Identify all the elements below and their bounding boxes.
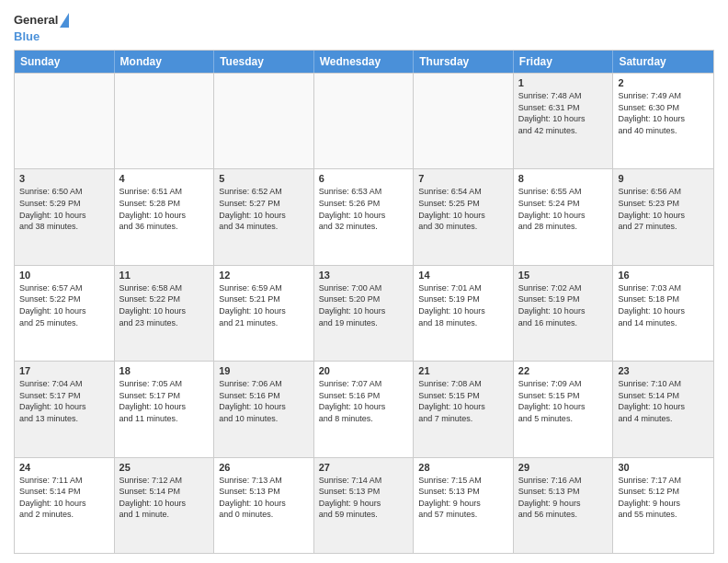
calendar: SundayMondayTuesdayWednesdayThursdayFrid… xyxy=(14,50,714,554)
day-info: Sunrise: 6:51 AM Sunset: 5:28 PM Dayligh… xyxy=(119,186,210,232)
day-cell-30: 30Sunrise: 7:17 AM Sunset: 5:12 PM Dayli… xyxy=(613,458,713,553)
day-info: Sunrise: 7:10 AM Sunset: 5:14 PM Dayligh… xyxy=(618,378,709,424)
day-number: 14 xyxy=(418,270,508,281)
calendar-header: SundayMondayTuesdayWednesdayThursdayFrid… xyxy=(15,51,713,73)
day-number: 19 xyxy=(219,365,309,376)
day-number: 2 xyxy=(618,77,709,88)
day-cell-4: 4Sunrise: 6:51 AM Sunset: 5:28 PM Daylig… xyxy=(115,169,215,264)
day-number: 7 xyxy=(418,173,508,184)
day-cell-24: 24Sunrise: 7:11 AM Sunset: 5:14 PM Dayli… xyxy=(15,458,115,553)
day-cell-1: 1Sunrise: 7:48 AM Sunset: 6:31 PM Daylig… xyxy=(514,74,614,168)
day-number: 25 xyxy=(119,462,210,473)
day-info: Sunrise: 6:53 AM Sunset: 5:26 PM Dayligh… xyxy=(319,186,409,232)
day-cell-8: 8Sunrise: 6:55 AM Sunset: 5:24 PM Daylig… xyxy=(514,169,614,264)
day-number: 1 xyxy=(518,77,609,88)
day-number: 22 xyxy=(518,365,609,376)
day-info: Sunrise: 6:56 AM Sunset: 5:23 PM Dayligh… xyxy=(618,186,709,232)
day-number: 16 xyxy=(618,270,709,281)
day-info: Sunrise: 7:01 AM Sunset: 5:19 PM Dayligh… xyxy=(418,282,508,328)
day-cell-6: 6Sunrise: 6:53 AM Sunset: 5:26 PM Daylig… xyxy=(314,169,415,264)
empty-cell-0-3 xyxy=(314,74,415,168)
day-number: 27 xyxy=(319,462,409,473)
logo-text-block: General Blue xyxy=(14,13,69,44)
day-cell-2: 2Sunrise: 7:49 AM Sunset: 6:30 PM Daylig… xyxy=(613,74,713,168)
page-header: General Blue xyxy=(14,9,714,44)
day-cell-27: 27Sunrise: 7:14 AM Sunset: 5:13 PM Dayli… xyxy=(314,458,415,553)
day-number: 30 xyxy=(618,462,709,473)
day-cell-12: 12Sunrise: 6:59 AM Sunset: 5:21 PM Dayli… xyxy=(214,266,314,361)
day-cell-21: 21Sunrise: 7:08 AM Sunset: 5:15 PM Dayli… xyxy=(414,362,514,456)
day-cell-16: 16Sunrise: 7:03 AM Sunset: 5:18 PM Dayli… xyxy=(613,266,713,361)
day-info: Sunrise: 7:13 AM Sunset: 5:13 PM Dayligh… xyxy=(219,475,309,521)
header-day-tuesday: Tuesday xyxy=(214,51,314,73)
day-info: Sunrise: 7:12 AM Sunset: 5:14 PM Dayligh… xyxy=(119,475,210,521)
day-info: Sunrise: 7:17 AM Sunset: 5:12 PM Dayligh… xyxy=(618,475,709,521)
header-day-thursday: Thursday xyxy=(414,51,514,73)
calendar-page: General Blue SundayMondayTuesdayWednesda… xyxy=(0,0,728,563)
calendar-row-3: 17Sunrise: 7:04 AM Sunset: 5:17 PM Dayli… xyxy=(15,361,713,456)
day-info: Sunrise: 6:57 AM Sunset: 5:22 PM Dayligh… xyxy=(19,282,109,328)
day-info: Sunrise: 7:07 AM Sunset: 5:16 PM Dayligh… xyxy=(319,378,409,424)
day-cell-11: 11Sunrise: 6:58 AM Sunset: 5:22 PM Dayli… xyxy=(115,266,215,361)
day-cell-28: 28Sunrise: 7:15 AM Sunset: 5:13 PM Dayli… xyxy=(414,458,514,553)
day-info: Sunrise: 7:11 AM Sunset: 5:14 PM Dayligh… xyxy=(19,475,109,521)
logo: General Blue xyxy=(14,13,69,44)
empty-cell-0-1 xyxy=(115,74,215,168)
day-info: Sunrise: 7:00 AM Sunset: 5:20 PM Dayligh… xyxy=(319,282,409,328)
header-day-wednesday: Wednesday xyxy=(314,51,415,73)
day-number: 24 xyxy=(19,462,109,473)
header-day-monday: Monday xyxy=(115,51,215,73)
day-number: 8 xyxy=(518,173,609,184)
logo-text-general: General xyxy=(14,13,58,28)
day-cell-15: 15Sunrise: 7:02 AM Sunset: 5:19 PM Dayli… xyxy=(514,266,614,361)
calendar-body: 1Sunrise: 7:48 AM Sunset: 6:31 PM Daylig… xyxy=(15,73,713,553)
day-cell-5: 5Sunrise: 6:52 AM Sunset: 5:27 PM Daylig… xyxy=(214,169,314,264)
day-cell-19: 19Sunrise: 7:06 AM Sunset: 5:16 PM Dayli… xyxy=(214,362,314,456)
day-number: 15 xyxy=(518,270,609,281)
day-number: 18 xyxy=(119,365,210,376)
day-number: 29 xyxy=(518,462,609,473)
day-info: Sunrise: 7:14 AM Sunset: 5:13 PM Dayligh… xyxy=(319,475,409,521)
day-cell-17: 17Sunrise: 7:04 AM Sunset: 5:17 PM Dayli… xyxy=(15,362,115,456)
day-info: Sunrise: 6:50 AM Sunset: 5:29 PM Dayligh… xyxy=(19,186,109,232)
day-info: Sunrise: 7:06 AM Sunset: 5:16 PM Dayligh… xyxy=(219,378,309,424)
day-info: Sunrise: 7:15 AM Sunset: 5:13 PM Dayligh… xyxy=(418,475,508,521)
day-cell-25: 25Sunrise: 7:12 AM Sunset: 5:14 PM Dayli… xyxy=(115,458,215,553)
day-number: 6 xyxy=(319,173,409,184)
calendar-row-1: 3Sunrise: 6:50 AM Sunset: 5:29 PM Daylig… xyxy=(15,168,713,264)
day-cell-20: 20Sunrise: 7:07 AM Sunset: 5:16 PM Dayli… xyxy=(314,362,415,456)
day-info: Sunrise: 6:55 AM Sunset: 5:24 PM Dayligh… xyxy=(518,186,609,232)
day-number: 17 xyxy=(19,365,109,376)
day-info: Sunrise: 7:02 AM Sunset: 5:19 PM Dayligh… xyxy=(518,282,609,328)
day-number: 13 xyxy=(319,270,409,281)
day-info: Sunrise: 6:52 AM Sunset: 5:27 PM Dayligh… xyxy=(219,186,309,232)
day-info: Sunrise: 6:58 AM Sunset: 5:22 PM Dayligh… xyxy=(119,282,210,328)
day-number: 21 xyxy=(418,365,508,376)
empty-cell-0-0 xyxy=(15,74,115,168)
calendar-row-4: 24Sunrise: 7:11 AM Sunset: 5:14 PM Dayli… xyxy=(15,457,713,553)
calendar-row-0: 1Sunrise: 7:48 AM Sunset: 6:31 PM Daylig… xyxy=(15,73,713,168)
day-number: 10 xyxy=(19,270,109,281)
calendar-row-2: 10Sunrise: 6:57 AM Sunset: 5:22 PM Dayli… xyxy=(15,265,713,361)
day-info: Sunrise: 7:16 AM Sunset: 5:13 PM Dayligh… xyxy=(518,475,609,521)
day-info: Sunrise: 7:04 AM Sunset: 5:17 PM Dayligh… xyxy=(19,378,109,424)
day-info: Sunrise: 6:54 AM Sunset: 5:25 PM Dayligh… xyxy=(418,186,508,232)
day-info: Sunrise: 7:08 AM Sunset: 5:15 PM Dayligh… xyxy=(418,378,508,424)
day-cell-7: 7Sunrise: 6:54 AM Sunset: 5:25 PM Daylig… xyxy=(414,169,514,264)
empty-cell-0-2 xyxy=(214,74,314,168)
day-info: Sunrise: 7:05 AM Sunset: 5:17 PM Dayligh… xyxy=(119,378,210,424)
day-cell-18: 18Sunrise: 7:05 AM Sunset: 5:17 PM Dayli… xyxy=(115,362,215,456)
logo-triangle-icon xyxy=(60,13,69,28)
day-info: Sunrise: 7:49 AM Sunset: 6:30 PM Dayligh… xyxy=(618,90,709,136)
day-number: 12 xyxy=(219,270,309,281)
day-number: 23 xyxy=(618,365,709,376)
day-info: Sunrise: 6:59 AM Sunset: 5:21 PM Dayligh… xyxy=(219,282,309,328)
header-day-sunday: Sunday xyxy=(15,51,115,73)
day-cell-3: 3Sunrise: 6:50 AM Sunset: 5:29 PM Daylig… xyxy=(15,169,115,264)
day-cell-22: 22Sunrise: 7:09 AM Sunset: 5:15 PM Dayli… xyxy=(514,362,614,456)
day-info: Sunrise: 7:03 AM Sunset: 5:18 PM Dayligh… xyxy=(618,282,709,328)
day-info: Sunrise: 7:09 AM Sunset: 5:15 PM Dayligh… xyxy=(518,378,609,424)
day-number: 5 xyxy=(219,173,309,184)
day-number: 4 xyxy=(119,173,210,184)
day-cell-9: 9Sunrise: 6:56 AM Sunset: 5:23 PM Daylig… xyxy=(613,169,713,264)
